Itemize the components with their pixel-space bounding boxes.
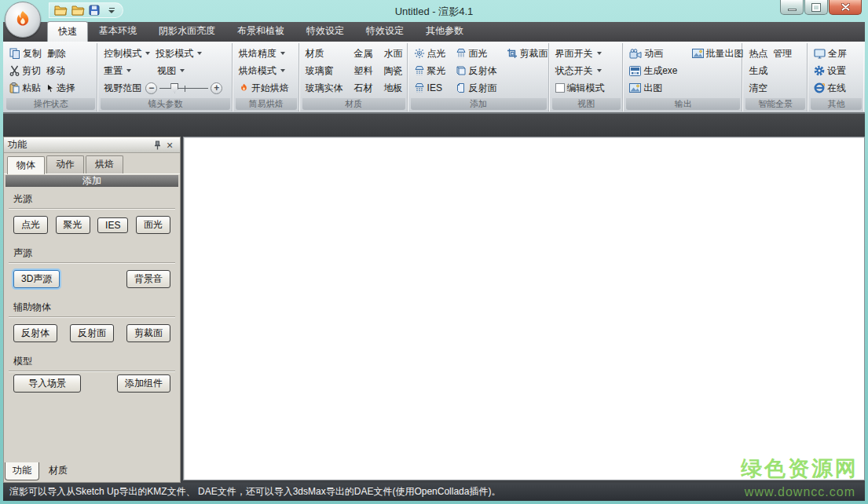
reflector-button[interactable]: 反射体: [454, 64, 499, 79]
state-switch-dropdown[interactable]: 状态开关: [554, 64, 603, 79]
reflector-panel-button[interactable]: 反射体: [13, 324, 57, 342]
copy-button[interactable]: 复制: [8, 46, 43, 61]
area-light-icon: [456, 48, 467, 59]
view-dropdown[interactable]: 视图: [156, 64, 186, 79]
fov-slider[interactable]: [159, 82, 208, 94]
tab-shadow-water-brightness[interactable]: 阴影水面亮度: [148, 21, 226, 42]
start-bake-button[interactable]: 开始烘焙: [237, 81, 291, 96]
paste-button[interactable]: 粘贴: [8, 81, 42, 96]
tab-scenery-vegetation[interactable]: 布景和植被: [226, 21, 295, 42]
glass-solid-button[interactable]: 玻璃实体: [304, 81, 345, 96]
fov-label: 视野范围: [102, 81, 143, 96]
minimize-button[interactable]: [780, 0, 804, 15]
render-image-button[interactable]: 出图: [628, 81, 664, 96]
light-source-section: 光源 点光 聚光 IES 面光: [9, 190, 175, 243]
import-scene-button[interactable]: 导入场景: [13, 374, 81, 393]
ies-light-button[interactable]: IES: [412, 82, 444, 94]
select-button[interactable]: 选择: [45, 81, 77, 96]
reset-dropdown[interactable]: 重置: [102, 64, 133, 79]
area-light-panel-button[interactable]: 面光: [136, 216, 170, 234]
close-button[interactable]: [829, 0, 862, 15]
floor-button[interactable]: 地板: [383, 81, 405, 96]
metal-button[interactable]: 金属: [353, 46, 375, 61]
ui-switch-dropdown[interactable]: 界面开关: [554, 46, 603, 61]
ies-panel-button[interactable]: IES: [97, 217, 128, 233]
batch-render-button[interactable]: 批量出图: [690, 46, 745, 61]
ribbon-group-add: 点光 聚光 IES 面光 反射体 反射面 剪裁面 添加: [409, 43, 549, 111]
gear-icon: [814, 65, 825, 76]
delete-button[interactable]: 删除: [46, 46, 68, 61]
panel-tab-action[interactable]: 动作: [46, 155, 84, 173]
ceramic-button[interactable]: 陶瓷: [383, 64, 405, 79]
tab-basic-environment[interactable]: 基本环境: [88, 21, 148, 42]
group-label-other: 其他: [811, 98, 862, 110]
hotspot-button[interactable]: 热点: [747, 46, 769, 61]
slider-thumb[interactable]: [170, 83, 178, 93]
make-exe-button[interactable]: 生成exe: [628, 64, 679, 79]
glass-window-button[interactable]: 玻璃窗: [304, 64, 335, 79]
scissors-icon: [9, 65, 20, 76]
maximize-button[interactable]: [804, 0, 828, 15]
cut-button[interactable]: 剪切: [8, 64, 42, 79]
projection-mode-dropdown[interactable]: 投影模式: [154, 46, 203, 61]
group-label-output: 输出: [626, 98, 740, 110]
pin-icon: [154, 141, 161, 150]
panel-close-button[interactable]: ×: [163, 140, 176, 151]
sound-3d-button[interactable]: 3D声源: [13, 270, 60, 288]
point-light-panel-button[interactable]: 点光: [13, 216, 48, 234]
fullscreen-button[interactable]: 全屏: [812, 46, 848, 61]
title-bar: Untitled - 渲影4.1: [3, 0, 865, 22]
area-light-button[interactable]: 面光: [454, 46, 489, 61]
move-button[interactable]: 移动: [45, 64, 67, 79]
generate-button[interactable]: 生成: [747, 64, 769, 79]
background-sound-button[interactable]: 背景音: [126, 270, 170, 288]
maximize-icon: [812, 4, 820, 11]
section-label-light: 光源: [9, 190, 175, 209]
tab-quick[interactable]: 快速: [47, 21, 88, 42]
tab-effects-2[interactable]: 特效设定: [355, 21, 415, 42]
panel-tab-bake[interactable]: 烘焙: [86, 155, 123, 173]
flame-icon: [239, 82, 249, 93]
add-component-button[interactable]: 添加组件: [117, 374, 170, 393]
animation-button[interactable]: 动画: [628, 46, 665, 61]
water-button[interactable]: 水面: [383, 46, 405, 61]
close-icon: [841, 3, 850, 11]
ribbon-group-lens-params: 控制模式投影模式 重置视图 视野范围−+ 镜头参数: [99, 43, 232, 111]
control-mode-dropdown[interactable]: 控制模式: [102, 46, 152, 61]
group-label-lens-params: 镜头参数: [101, 98, 229, 110]
chevron-down-icon: [126, 69, 131, 72]
panel-tab-object[interactable]: 物体: [7, 156, 45, 174]
clear-button[interactable]: 清空: [747, 81, 769, 96]
spot-light-panel-button[interactable]: 聚光: [56, 216, 90, 234]
spot-light-button[interactable]: 聚光: [412, 64, 448, 79]
tab-effects-1[interactable]: 特效设定: [295, 21, 355, 42]
app-menu-button[interactable]: [5, 2, 41, 38]
chevron-down-icon: [280, 69, 285, 72]
bake-precision-dropdown[interactable]: 烘焙精度: [237, 46, 287, 61]
zoom-out-button[interactable]: −: [145, 82, 157, 94]
status-text: 渲影可以导入从Sketch Up导出的KMZ文件、 DAE文件，还可以导入3ds…: [9, 486, 500, 497]
reflect-plane-panel-button[interactable]: 反射面: [70, 324, 114, 342]
bake-mode-dropdown[interactable]: 烘焙模式: [237, 64, 287, 79]
edit-mode-checkbox[interactable]: 编辑模式: [554, 81, 606, 96]
zoom-in-button[interactable]: +: [211, 82, 222, 94]
settings-button[interactable]: 设置: [812, 64, 848, 79]
pin-button[interactable]: [151, 140, 163, 151]
monitor-icon: [814, 49, 826, 59]
viewport-canvas[interactable]: [183, 137, 865, 480]
stone-button[interactable]: 石材: [353, 81, 375, 96]
minimize-icon: [788, 9, 797, 11]
dock-tab-function[interactable]: 功能: [5, 462, 39, 480]
manage-button[interactable]: 管理: [771, 46, 793, 61]
material-button[interactable]: 材质: [304, 46, 326, 61]
ribbon-group-smart-pano: 热点管理 生成 清空 智能全景: [744, 43, 808, 111]
clip-plane-panel-button[interactable]: 剪裁面: [126, 324, 170, 342]
point-light-button[interactable]: 点光: [412, 46, 448, 61]
section-label-model: 模型: [9, 352, 175, 371]
online-button[interactable]: 在线: [812, 81, 848, 96]
plastic-button[interactable]: 塑料: [353, 64, 375, 79]
tab-other-params[interactable]: 其他参数: [415, 21, 474, 42]
clip-plane-button[interactable]: 剪裁面: [505, 46, 550, 61]
dock-tab-material[interactable]: 材质: [42, 462, 75, 480]
reflect-plane-button[interactable]: 反射面: [454, 81, 499, 96]
